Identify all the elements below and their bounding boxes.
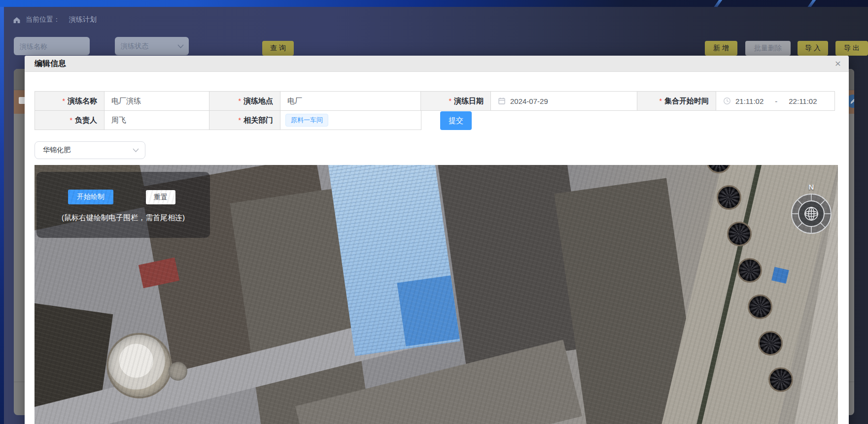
pen-icon bbox=[850, 98, 854, 104]
home-icon bbox=[13, 16, 21, 24]
small-tank bbox=[169, 362, 187, 381]
satellite-map-canvas[interactable]: 开始绘制 重置 (鼠标右键绘制电子围栏，需首尾相连) N bbox=[35, 165, 838, 424]
start-draw-button[interactable]: 开始绘制 bbox=[68, 190, 113, 204]
chevron-down-icon bbox=[133, 148, 139, 152]
related-department-label: * 相关部门 bbox=[209, 111, 280, 130]
required-mark: * bbox=[63, 97, 65, 105]
submit-button[interactable]: 提交 bbox=[440, 111, 472, 130]
time-start: 21:11:02 bbox=[735, 97, 764, 105]
person-in-charge-field[interactable]: 周飞 bbox=[104, 111, 209, 130]
assembly-time-label: * 集合开始时间 bbox=[637, 92, 716, 110]
blue-roof-dark-section bbox=[397, 275, 459, 346]
breadcrumb: 当前位置： 演练计划 bbox=[13, 15, 97, 25]
department-tag[interactable]: 原料一车间 bbox=[285, 114, 328, 127]
compass-north-label: N bbox=[801, 183, 821, 191]
required-mark: * bbox=[239, 97, 241, 105]
app-window: 当前位置： 演练计划 演练状态 查 询 新 增 批量删除 导 入 导 出 编辑信… bbox=[0, 0, 868, 424]
modal-title: 编辑信息 bbox=[35, 59, 66, 69]
time-end: 22:11:02 bbox=[789, 97, 817, 105]
batch-delete-button[interactable]: 批量删除 bbox=[745, 41, 791, 56]
decor-streak bbox=[805, 0, 817, 7]
draw-hint-text: (鼠标右键绘制电子围栏，需首尾相连) bbox=[36, 213, 210, 223]
form-row-2: * 负责人 周飞 * 相关部门 原料一车间 bbox=[35, 110, 421, 130]
breadcrumb-current: 演练计划 bbox=[69, 15, 97, 24]
time-separator: - bbox=[775, 97, 777, 105]
cooling-fan bbox=[768, 367, 793, 392]
drill-status-placeholder: 演练状态 bbox=[121, 42, 148, 51]
drill-date-label: * 演练日期 bbox=[421, 92, 491, 110]
compass-icon[interactable] bbox=[790, 192, 833, 235]
drill-date-field[interactable]: 2024-07-29 bbox=[491, 92, 637, 110]
required-mark: * bbox=[70, 116, 72, 124]
modal-header: 编辑信息 × bbox=[25, 56, 849, 72]
top-accent-bar bbox=[0, 0, 868, 7]
breadcrumb-prefix: 当前位置： bbox=[26, 15, 60, 24]
assembly-time-field[interactable]: 21:11:02 - 22:11:02 bbox=[716, 92, 834, 110]
storage-tank bbox=[108, 335, 170, 396]
form-row-1: * 演练名称 电厂演练 * 演练地点 电厂 * 演练日期 2024-07-29 bbox=[35, 91, 835, 111]
chevron-down-icon bbox=[177, 44, 184, 48]
reset-button[interactable]: 重置 bbox=[146, 190, 175, 204]
required-mark: * bbox=[449, 97, 451, 105]
clock-icon bbox=[723, 97, 731, 105]
drill-name-field[interactable]: 电厂演练 bbox=[104, 92, 209, 110]
drill-name-filter-input[interactable] bbox=[14, 37, 90, 55]
cooling-fan bbox=[737, 258, 762, 283]
left-accent-strip bbox=[0, 7, 4, 424]
required-mark: * bbox=[239, 116, 241, 124]
fence-draw-panel: 开始绘制 重置 (鼠标右键绘制电子围栏，需首尾相连) bbox=[36, 172, 210, 238]
related-department-field[interactable]: 原料一车间 bbox=[280, 111, 421, 130]
add-button[interactable]: 新 增 bbox=[705, 41, 737, 56]
search-button[interactable]: 查 询 bbox=[262, 41, 294, 56]
person-in-charge-label: * 负责人 bbox=[35, 111, 104, 130]
company-select[interactable]: 华锦化肥 bbox=[35, 141, 145, 159]
calendar-icon bbox=[498, 97, 506, 105]
drill-name-label: * 演练名称 bbox=[35, 92, 104, 110]
close-icon[interactable]: × bbox=[835, 57, 841, 70]
drill-location-field[interactable]: 电厂 bbox=[280, 92, 421, 110]
edit-info-modal: 编辑信息 × * 演练名称 电厂演练 * 演练地点 电厂 * 演练日期 bbox=[25, 56, 849, 424]
export-button[interactable]: 导 出 bbox=[835, 41, 868, 56]
decor-streak bbox=[711, 0, 724, 7]
cooling-fan bbox=[748, 294, 772, 319]
drill-location-label: * 演练地点 bbox=[209, 92, 280, 110]
cooling-fan bbox=[758, 331, 783, 356]
cooling-fan bbox=[717, 185, 741, 210]
required-mark: * bbox=[660, 97, 662, 105]
company-select-value: 华锦化肥 bbox=[43, 146, 70, 155]
drill-status-filter-select[interactable]: 演练状态 bbox=[115, 37, 189, 55]
cooling-fan bbox=[727, 222, 752, 246]
import-button[interactable]: 导 入 bbox=[798, 41, 828, 56]
